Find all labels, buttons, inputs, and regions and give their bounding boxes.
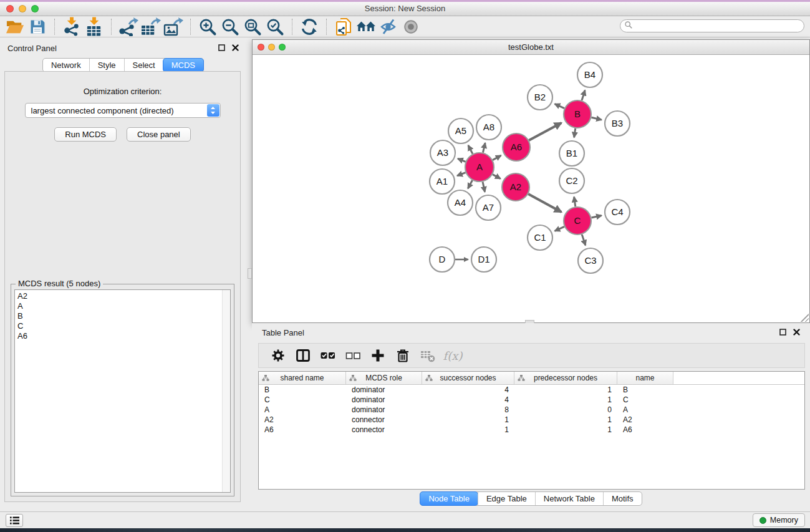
export-table-icon[interactable]: [140, 17, 162, 36]
float-panel-icon[interactable]: [218, 42, 225, 54]
edge-A-A4[interactable]: [468, 180, 472, 188]
task-history-button[interactable]: [6, 514, 23, 527]
node-B1[interactable]: B1: [559, 141, 584, 166]
table-cell[interactable]: A: [259, 405, 346, 415]
table-cell[interactable]: 1: [514, 395, 617, 405]
edge-A6-B[interactable]: [529, 123, 561, 140]
tab-network-table[interactable]: Network Table: [535, 492, 603, 505]
zoom-out-icon[interactable]: [219, 17, 241, 36]
search-input[interactable]: [633, 21, 804, 31]
column-header-predecessor-nodes[interactable]: predecessor nodes: [514, 372, 617, 384]
node-D[interactable]: D: [430, 247, 455, 272]
table-row[interactable]: A2connector11A2: [259, 415, 804, 425]
toggle-panel-icon[interactable]: [292, 346, 314, 365]
network-canvas[interactable]: B4B2BB3B1A6A8A5A3AA1C2A2A4A7C4CC1C3DD1: [253, 55, 809, 322]
table-cell[interactable]: A6: [259, 425, 346, 435]
table-close-panel-icon[interactable]: [793, 327, 800, 338]
tab-select[interactable]: Select: [124, 59, 163, 72]
delete-entries-icon[interactable]: [392, 346, 413, 365]
table-row[interactable]: Bdominator41B: [259, 385, 804, 395]
refresh-icon[interactable]: [298, 17, 321, 36]
node-A[interactable]: A: [465, 153, 494, 181]
tab-network[interactable]: Network: [43, 59, 89, 72]
network-maximize-button[interactable]: [279, 44, 286, 51]
edge-C-C3[interactable]: [582, 235, 586, 246]
table-cell[interactable]: 1: [514, 425, 617, 435]
table-cell[interactable]: 1: [514, 415, 617, 425]
table-cell[interactable]: 1: [422, 425, 514, 435]
table-float-panel-icon[interactable]: [779, 327, 786, 338]
node-B4[interactable]: B4: [577, 62, 602, 87]
tab-motifs[interactable]: Motifs: [603, 492, 642, 505]
table-row[interactable]: Adominator80A: [259, 405, 804, 415]
mcds-result-item[interactable]: A: [17, 301, 230, 311]
node-C4[interactable]: C4: [605, 200, 630, 225]
table-cell[interactable]: A6: [617, 425, 673, 435]
table-cell[interactable]: 4: [422, 385, 514, 395]
table-cell[interactable]: dominator: [346, 405, 422, 415]
run-mcds-button[interactable]: Run MCDS: [54, 127, 117, 142]
network-window-title-bar[interactable]: testGlobe.txt: [253, 40, 809, 55]
table-cell[interactable]: 8: [422, 405, 514, 415]
close-window-button[interactable]: [6, 5, 14, 12]
node-A1[interactable]: A1: [430, 169, 455, 194]
tab-mcds[interactable]: MCDS: [163, 58, 204, 72]
node-B[interactable]: B: [564, 100, 591, 128]
mcds-result-item[interactable]: A2: [17, 291, 230, 301]
mcds-result-scrollbar[interactable]: [222, 290, 230, 492]
zoom-in-icon[interactable]: [196, 17, 219, 36]
main-title-bar[interactable]: Session: New Session: [0, 2, 810, 16]
table-cell[interactable]: 1: [514, 385, 617, 395]
table-cell[interactable]: connector: [346, 425, 422, 435]
edge-B-B1[interactable]: [574, 128, 576, 138]
edge-C-C1[interactable]: [555, 226, 564, 231]
network-graph[interactable]: B4B2BB3B1A6A8A5A3AA1C2A2A4A7C4CC1C3DD1: [253, 55, 809, 322]
vertical-splitter-grip[interactable]: [248, 268, 252, 279]
edge-A-A3[interactable]: [458, 158, 466, 162]
close-panel-button[interactable]: Close panel: [127, 127, 191, 142]
edge-C-C4[interactable]: [591, 216, 601, 218]
node-C1[interactable]: C1: [528, 225, 552, 250]
table-row[interactable]: A6connector11A6: [259, 425, 804, 435]
export-image-icon[interactable]: [162, 17, 185, 36]
table-cell[interactable]: dominator: [346, 395, 422, 405]
edge-B-B4[interactable]: [582, 90, 585, 100]
clone-network-icon[interactable]: [332, 17, 355, 36]
edge-B-B2[interactable]: [555, 104, 564, 109]
import-table-icon[interactable]: [83, 17, 105, 36]
node-A6[interactable]: A6: [503, 133, 530, 161]
maximize-window-button[interactable]: [31, 5, 39, 12]
save-session-icon[interactable]: [26, 17, 49, 36]
table-cell[interactable]: A: [617, 405, 673, 415]
edge-A-A6[interactable]: [493, 155, 501, 160]
edge-A-A7[interactable]: [483, 181, 485, 191]
table-cell[interactable]: B: [259, 385, 346, 395]
table-cell[interactable]: 1: [422, 415, 514, 425]
node-A8[interactable]: A8: [476, 115, 501, 140]
node-C[interactable]: C: [564, 207, 591, 235]
mcds-result-item[interactable]: B: [17, 311, 230, 321]
node-D1[interactable]: D1: [471, 247, 496, 272]
close-panel-icon[interactable]: [232, 42, 239, 54]
table-cell[interactable]: dominator: [346, 385, 422, 395]
table-cell[interactable]: 4: [422, 395, 514, 405]
table-cell[interactable]: connector: [346, 415, 422, 425]
deselect-all-icon[interactable]: [342, 346, 364, 365]
search-box[interactable]: [620, 19, 804, 32]
node-table[interactable]: shared nameMCDS rolesuccessor nodesprede…: [258, 371, 805, 490]
table-settings-icon[interactable]: [268, 346, 289, 365]
table-cell[interactable]: C: [617, 395, 673, 405]
node-C2[interactable]: C2: [559, 168, 584, 193]
edge-B-B3[interactable]: [591, 117, 601, 120]
table-cell[interactable]: A2: [259, 415, 346, 425]
open-session-icon[interactable]: [4, 17, 26, 36]
tab-style[interactable]: Style: [89, 59, 124, 72]
node-A2[interactable]: A2: [502, 173, 529, 201]
hide-graphics-details-icon[interactable]: [377, 17, 400, 36]
table-cell[interactable]: 0: [514, 405, 617, 415]
minimize-window-button[interactable]: [19, 5, 26, 12]
node-A7[interactable]: A7: [476, 195, 501, 220]
mcds-result-list[interactable]: A2ABCA6: [14, 289, 231, 493]
tab-edge-table[interactable]: Edge Table: [478, 492, 535, 505]
table-cell[interactable]: C: [259, 395, 346, 405]
